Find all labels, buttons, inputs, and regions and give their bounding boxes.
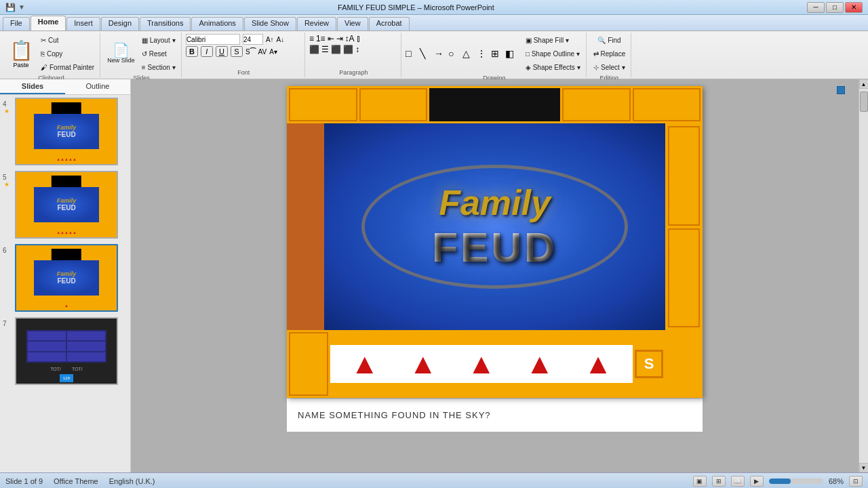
replace-button[interactable]: ⇄ Replace bbox=[591, 47, 629, 60]
main-area: Slides Outline 4 ★ Family FEUD bbox=[0, 79, 868, 472]
view-slide-sorter[interactable]: ⊞ bbox=[712, 476, 726, 487]
tab-review[interactable]: Review bbox=[297, 17, 336, 30]
ribbon-tab-bar[interactable]: File Home Insert Design Transitions Anim… bbox=[0, 15, 868, 31]
find-button[interactable]: 🔍 Find bbox=[595, 34, 623, 46]
tab-file[interactable]: File bbox=[3, 17, 30, 30]
chevron-2: ▲ bbox=[409, 348, 437, 380]
right-scrollbar[interactable]: ▲ ▼ bbox=[859, 79, 868, 472]
tab-slides[interactable]: Slides bbox=[0, 79, 65, 94]
font-size-input[interactable] bbox=[243, 34, 263, 45]
tab-design[interactable]: Design bbox=[101, 17, 139, 30]
section-button[interactable]: ≡ Section ▾ bbox=[139, 61, 178, 73]
slide-star-5: ★ bbox=[4, 181, 9, 188]
slide-thumb-4[interactable]: Family FEUD ▲▲▲▲▲ bbox=[15, 98, 118, 165]
ff-top-row bbox=[287, 86, 703, 123]
tab-view[interactable]: View bbox=[337, 17, 368, 30]
tab-transitions[interactable]: Transitions bbox=[140, 17, 191, 30]
shape-triangle[interactable]: △ bbox=[462, 48, 476, 59]
align-left[interactable]: ⬛ bbox=[309, 45, 319, 54]
bullets-button[interactable]: ≡ bbox=[309, 34, 314, 43]
copy-button[interactable]: ⎘ Copy bbox=[38, 47, 97, 60]
slide-thumb-7[interactable]: TOT/ TOT/ 128 bbox=[15, 317, 118, 385]
view-slideshow[interactable]: ▶ bbox=[750, 476, 764, 487]
thumb-logo-4: Family FEUD bbox=[57, 124, 77, 138]
shape-line[interactable]: ╲ bbox=[420, 48, 433, 59]
justify[interactable]: ⬛ bbox=[343, 45, 353, 54]
paste-button[interactable]: 📋 Paste bbox=[5, 36, 37, 71]
scroll-up[interactable]: ▲ bbox=[859, 79, 869, 89]
bold-button[interactable]: B bbox=[186, 46, 198, 57]
view-reading[interactable]: 📖 bbox=[731, 476, 745, 487]
tab-acrobat[interactable]: Acrobat bbox=[369, 17, 410, 30]
numbering-button[interactable]: 1≡ bbox=[316, 34, 326, 43]
indent-right[interactable]: ⇥ bbox=[336, 34, 343, 43]
format-painter-button[interactable]: 🖌 Format Painter bbox=[38, 61, 97, 73]
text-shadow-btn[interactable]: S⁀ bbox=[245, 48, 256, 56]
reset-button[interactable]: ↺ Reset bbox=[139, 47, 178, 60]
slide-item-7[interactable]: 7 TOT/ TOT/ bbox=[3, 317, 127, 385]
slide-item-6[interactable]: 6 Family FEUD ▲ bbox=[3, 244, 127, 312]
chevron-3: ▲ bbox=[467, 348, 496, 380]
slide-item-5[interactable]: 5 ★ Family FEUD ▲▲▲▲▲ bbox=[3, 171, 127, 239]
shape-arrow[interactable]: → bbox=[434, 48, 448, 59]
select-button[interactable]: ⊹ Select ▾ bbox=[591, 61, 628, 73]
tab-outline[interactable]: Outline bbox=[65, 79, 130, 94]
tab-home[interactable]: Home bbox=[31, 16, 66, 30]
theme-info: Office Theme bbox=[54, 477, 98, 485]
close-button[interactable]: ✕ bbox=[845, 2, 863, 13]
font-size-decrease[interactable]: A↓ bbox=[277, 36, 285, 43]
slide-item-4[interactable]: 4 ★ Family FEUD ▲▲▲▲▲ bbox=[3, 98, 127, 165]
maximize-button[interactable]: □ bbox=[826, 2, 844, 13]
font-color-btn[interactable]: A▾ bbox=[269, 48, 277, 56]
scroll-thumb[interactable] bbox=[860, 92, 868, 112]
slide-list[interactable]: 4 ★ Family FEUD ▲▲▲▲▲ bbox=[0, 95, 130, 472]
shape-fill-button[interactable]: ▣ Shape Fill ▾ bbox=[523, 34, 583, 46]
slide-thumb-5[interactable]: Family FEUD ▲▲▲▲▲ bbox=[15, 171, 118, 239]
status-right[interactable]: ▣ ⊞ 📖 ▶ 68% ⊡ bbox=[693, 476, 863, 487]
tab-animations[interactable]: Animations bbox=[191, 17, 243, 30]
strikethrough-button[interactable]: S bbox=[231, 46, 243, 57]
char-spacing-btn[interactable]: AV bbox=[258, 48, 267, 56]
scroll-down[interactable]: ▼ bbox=[859, 463, 869, 472]
slide-thumb-6[interactable]: Family FEUD ▲ bbox=[15, 244, 118, 312]
layout-button[interactable]: ▦ Layout ▾ bbox=[139, 34, 178, 46]
font-family-input[interactable] bbox=[186, 34, 240, 45]
shape-more[interactable]: ⋮ bbox=[477, 48, 490, 59]
zoom-bar[interactable] bbox=[769, 479, 823, 484]
shape-oval[interactable]: ○ bbox=[448, 48, 462, 59]
arrange-button[interactable]: ⊞ bbox=[491, 48, 505, 59]
slide-canvas[interactable]: Family FEUD 1 2 3 bbox=[287, 86, 703, 398]
italic-button[interactable]: I bbox=[201, 46, 213, 57]
chevron-4: ▲ bbox=[526, 348, 554, 380]
new-slide-button[interactable]: 📄 New Slide bbox=[104, 38, 138, 69]
text-direction[interactable]: ↕A bbox=[345, 34, 355, 43]
cut-button[interactable]: ✂ Cut bbox=[38, 34, 97, 46]
layout-icon: ▦ bbox=[142, 37, 148, 44]
view-normal[interactable]: ▣ bbox=[693, 476, 707, 487]
ff-family-text: Family bbox=[432, 182, 557, 223]
align-center[interactable]: ☰ bbox=[321, 45, 329, 54]
section-icon: ≡ bbox=[142, 64, 146, 71]
clipboard-group: 📋 Paste ✂ Cut ⎘ Copy 🖌 Format Painter bbox=[3, 33, 100, 77]
score-tot2: TOT/ bbox=[72, 367, 83, 371]
line-spacing[interactable]: ↕ bbox=[355, 45, 359, 54]
copy-icon: ⎘ bbox=[41, 50, 45, 58]
format-painter-icon: 🖌 bbox=[41, 64, 47, 71]
align-right[interactable]: ⬛ bbox=[331, 45, 341, 54]
shape-effects-button[interactable]: ◈ Shape Effects ▾ bbox=[523, 61, 583, 73]
underline-button[interactable]: U bbox=[216, 46, 228, 57]
selection-handle[interactable] bbox=[837, 86, 845, 94]
canvas-area: Family FEUD 1 2 3 bbox=[131, 79, 859, 472]
shape-outline-button[interactable]: □ Shape Outline ▾ bbox=[523, 47, 583, 60]
window-controls[interactable]: ─ □ ✕ bbox=[807, 2, 863, 13]
indent-left[interactable]: ⇤ bbox=[328, 34, 334, 43]
quick-styles[interactable]: ◧ bbox=[505, 48, 519, 59]
font-size-increase[interactable]: A↑ bbox=[266, 36, 274, 43]
minimize-button[interactable]: ─ bbox=[807, 2, 825, 13]
tab-insert[interactable]: Insert bbox=[66, 17, 100, 30]
columns-btn[interactable]: ⫿ bbox=[357, 34, 361, 43]
shape-rect[interactable]: □ bbox=[406, 48, 419, 59]
panel-tabs[interactable]: Slides Outline bbox=[0, 79, 130, 95]
tab-slideshow[interactable]: Slide Show bbox=[244, 17, 296, 30]
zoom-fit[interactable]: ⊡ bbox=[849, 476, 863, 487]
